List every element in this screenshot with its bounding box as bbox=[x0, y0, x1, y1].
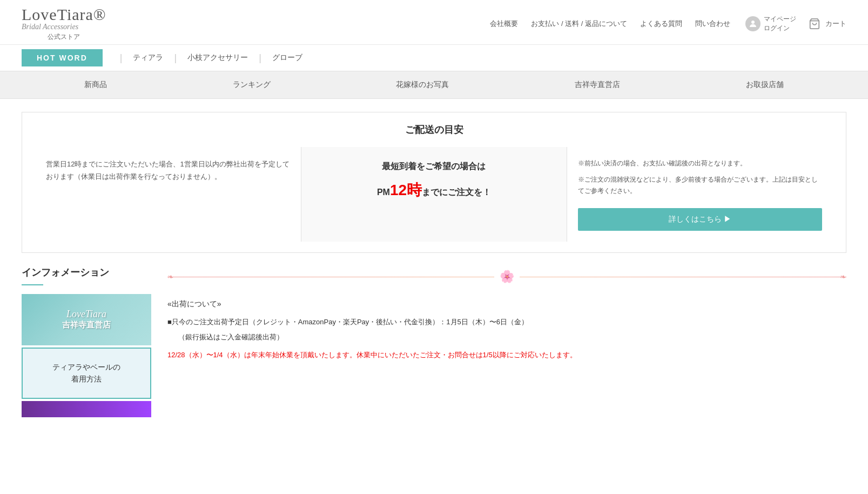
nav-retailers[interactable]: お取扱店舗 bbox=[746, 80, 784, 90]
menu-koeda[interactable]: 小枝アクセサリー bbox=[183, 53, 252, 63]
menu-sep-3: | bbox=[259, 52, 261, 64]
nav-ranking[interactable]: ランキング bbox=[233, 80, 271, 90]
menu-sep-2: | bbox=[174, 52, 177, 64]
delivery-grid: 営業日12時までにご注文いただいた場合、1営業日以内の弊社出荷を予定しております… bbox=[35, 147, 833, 242]
divider-flower: ❧ 🌸 ❧ bbox=[167, 266, 846, 288]
logo-sub: Bridal Accessories bbox=[22, 23, 106, 31]
nav-kichijoji[interactable]: 吉祥寺直営店 bbox=[575, 80, 620, 90]
info-text2: （銀行振込はご入金確認後出荷） bbox=[178, 331, 846, 344]
delivery-note2: ※ご注文の混雑状況などにより、多少前後する場合がございます。上記は目安としてご参… bbox=[578, 174, 822, 197]
nav-contact[interactable]: 問い合わせ bbox=[695, 19, 730, 29]
detail-button[interactable]: 詳しくはこちら ▶ bbox=[578, 208, 822, 231]
svg-point-0 bbox=[751, 21, 755, 24]
delivery-section: ご配送の目安 営業日12時までにご注文いただいた場合、1営業日以内の弊社出荷を予… bbox=[22, 112, 846, 253]
info-left: インフォメーション LoveTiara 吉祥寺直営店 ティアラやベールの 着用方… bbox=[22, 266, 151, 417]
user-icon bbox=[745, 16, 761, 31]
nav-bride-photos[interactable]: 花嫁様のお写真 bbox=[396, 80, 449, 90]
delivery-col-right: ※前払い決済の場合、お支払い確認後の出荷となります。 ※ご注文の混雑状況などによ… bbox=[567, 147, 833, 242]
header-nav: 会社概要 お支払い / 送料 / 返品について よくある質問 問い合わせ bbox=[490, 19, 730, 29]
nav-faq[interactable]: よくある質問 bbox=[640, 19, 682, 29]
logo-main: LoveTiara® bbox=[22, 5, 106, 24]
purple-banner[interactable] bbox=[22, 401, 151, 417]
usage-text: ティアラやベールの 着用方法 bbox=[52, 361, 120, 385]
info-title: インフォメーション bbox=[22, 266, 151, 279]
right-dot: ❧ bbox=[840, 272, 846, 281]
store-logo: LoveTiara bbox=[62, 309, 111, 320]
header-top: LoveTiara® Bridal Accessories 公式ストア 会社概要… bbox=[0, 0, 868, 45]
delivery-col-center: 最短到着をご希望の場合は PM12時までにご注文を！ bbox=[301, 147, 567, 242]
logo-area: LoveTiara® Bridal Accessories 公式ストア bbox=[22, 5, 106, 42]
info-title-underline bbox=[22, 284, 43, 285]
delivery-pm: PM bbox=[377, 188, 390, 197]
delivery-col-left: 営業日12時までにご注文いただいた場合、1営業日以内の弊社出荷を予定しております… bbox=[35, 147, 301, 242]
info-content: «出荷について» ■只今のご注文出荷予定日（クレジット・AmazonPay・楽天… bbox=[167, 296, 846, 362]
header-bottom: HOT WORD | ティアラ | 小枝アクセサリー | グローブ bbox=[0, 45, 868, 71]
info-text1: ■只今のご注文出荷予定日（クレジット・AmazonPay・楽天Pay・後払い・代… bbox=[167, 316, 846, 329]
menu-sep-1: | bbox=[120, 52, 123, 64]
menu-glove[interactable]: グローブ bbox=[268, 53, 307, 63]
nav-new-products[interactable]: 新商品 bbox=[84, 80, 107, 90]
info-section-title: «出荷について» bbox=[167, 296, 846, 311]
delivery-center-line2: PM12時までにご注文を！ bbox=[312, 175, 555, 205]
delivery-title: ご配送の目安 bbox=[35, 123, 833, 136]
left-dot: ❧ bbox=[167, 272, 174, 281]
main-nav: 新商品 ランキング 花嫁様のお写真 吉祥寺直営店 お取扱店舗 bbox=[0, 71, 868, 99]
hot-word-button[interactable]: HOT WORD bbox=[22, 49, 103, 66]
delivery-center-line1: 最短到着をご希望の場合は bbox=[312, 158, 555, 175]
store-name: 吉祥寺直営店 bbox=[62, 320, 111, 330]
flower-icon: 🌸 bbox=[494, 270, 520, 284]
nav-company[interactable]: 会社概要 bbox=[490, 19, 518, 29]
delivery-order-text: までにご注文を！ bbox=[422, 188, 491, 197]
nav-payment[interactable]: お支払い / 送料 / 返品について bbox=[531, 19, 627, 29]
delivery-time: 12時 bbox=[390, 182, 422, 198]
mypage-label: マイページログイン bbox=[764, 15, 796, 33]
info-right: ❧ 🌸 ❧ «出荷について» ■只今のご注文出荷予定日（クレジット・Amazon… bbox=[167, 266, 846, 417]
cart-button[interactable]: カート bbox=[807, 16, 846, 31]
menu-tiara[interactable]: ティアラ bbox=[129, 53, 167, 63]
cart-label: カート bbox=[825, 19, 846, 29]
cart-icon bbox=[807, 16, 822, 31]
mypage-button[interactable]: マイページログイン bbox=[745, 15, 796, 33]
logo-label: 公式ストア bbox=[22, 32, 106, 42]
usage-image[interactable]: ティアラやベールの 着用方法 bbox=[22, 348, 151, 399]
delivery-note1: ※前払い決済の場合、お支払い確認後の出荷となります。 bbox=[578, 158, 822, 170]
delivery-left-text: 営業日12時までにご注文いただいた場合、1営業日以内の弊社出荷を予定しております… bbox=[46, 160, 290, 181]
header-user: マイページログイン カート bbox=[745, 15, 846, 33]
info-text-red: 12/28（水）〜1/4（水）は年末年始休業を頂戴いたします。休業中にいただいた… bbox=[167, 349, 846, 362]
info-section: インフォメーション LoveTiara 吉祥寺直営店 ティアラやベールの 着用方… bbox=[22, 266, 846, 417]
store-image[interactable]: LoveTiara 吉祥寺直営店 bbox=[22, 294, 151, 345]
